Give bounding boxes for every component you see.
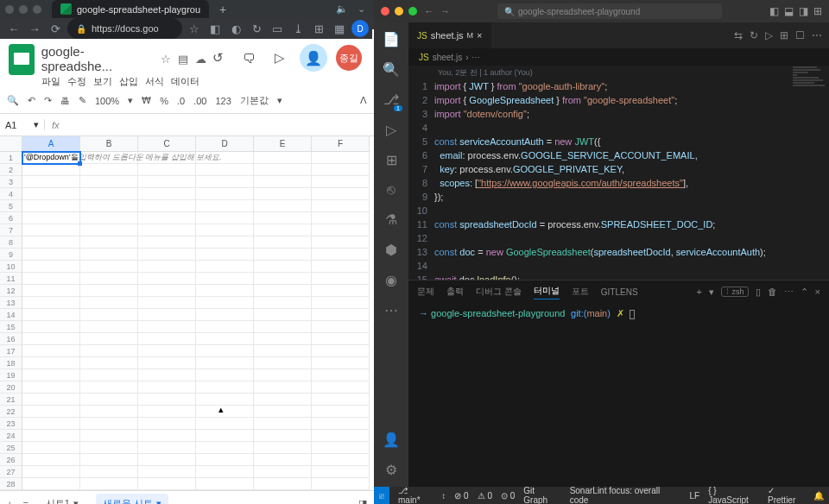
cell[interactable] bbox=[80, 406, 138, 418]
sheet-tab-1[interactable]: 시트1▾ bbox=[39, 494, 85, 504]
cell[interactable] bbox=[22, 321, 80, 333]
cell[interactable] bbox=[254, 261, 312, 273]
percent-icon[interactable]: % bbox=[160, 96, 168, 106]
row-header[interactable]: 3 bbox=[0, 176, 22, 188]
cell[interactable] bbox=[80, 236, 138, 249]
cell[interactable] bbox=[196, 224, 254, 236]
row-header[interactable]: 14 bbox=[0, 309, 22, 321]
sb-gitgraph[interactable]: Git Graph bbox=[523, 486, 560, 504]
explorer-icon[interactable]: 📄 bbox=[383, 31, 400, 47]
spreadsheet-grid[interactable]: A B C D E F 1'@Dropdown'을입력하여 드롭다운 메뉴를 삽… bbox=[0, 136, 374, 490]
cell[interactable] bbox=[312, 381, 370, 394]
select-all-corner[interactable] bbox=[0, 136, 22, 152]
cell[interactable] bbox=[80, 261, 138, 273]
close-tab-icon[interactable]: × bbox=[477, 30, 482, 41]
cell[interactable] bbox=[312, 273, 370, 285]
cell[interactable] bbox=[138, 394, 196, 406]
cell[interactable] bbox=[138, 224, 196, 236]
cell[interactable] bbox=[312, 357, 370, 369]
cell[interactable] bbox=[138, 261, 196, 273]
cell[interactable] bbox=[22, 236, 80, 249]
cell[interactable] bbox=[254, 478, 312, 490]
cell[interactable] bbox=[138, 212, 196, 224]
col-header-b[interactable]: B bbox=[80, 136, 138, 152]
layout-custom-icon[interactable]: ⊞ bbox=[813, 5, 822, 17]
cell[interactable] bbox=[196, 369, 254, 381]
currency-icon[interactable]: ₩ bbox=[142, 95, 151, 106]
cell[interactable] bbox=[22, 369, 80, 381]
new-tab-button[interactable]: + bbox=[219, 3, 226, 16]
cell[interactable] bbox=[80, 285, 138, 297]
cell[interactable] bbox=[196, 321, 254, 333]
cell[interactable] bbox=[312, 406, 370, 418]
cell[interactable] bbox=[254, 442, 312, 454]
cell[interactable] bbox=[254, 224, 312, 236]
forward-icon[interactable]: → bbox=[26, 20, 43, 37]
source-control-icon[interactable]: ⎇1 bbox=[383, 91, 399, 108]
more-actions-icon[interactable]: ⋯ bbox=[812, 29, 822, 41]
cell[interactable] bbox=[80, 273, 138, 285]
cloud-icon[interactable]: ☁ bbox=[195, 53, 206, 66]
row-header[interactable]: 23 bbox=[0, 418, 22, 430]
ext-icon-6[interactable]: ▦ bbox=[331, 20, 348, 37]
trash-icon[interactable]: 🗑 bbox=[768, 287, 777, 297]
extensions-icon[interactable]: ⊞ bbox=[386, 152, 397, 168]
search-icon[interactable]: 🔍 bbox=[7, 95, 19, 106]
cell[interactable] bbox=[312, 394, 370, 406]
cell[interactable] bbox=[80, 188, 138, 200]
cell[interactable] bbox=[254, 321, 312, 333]
sb-notifications-icon[interactable]: 🔔 bbox=[813, 491, 824, 501]
cell[interactable] bbox=[196, 454, 254, 466]
layout-left-icon[interactable]: ◧ bbox=[769, 5, 779, 17]
cell[interactable] bbox=[22, 224, 80, 236]
cell[interactable] bbox=[312, 418, 370, 430]
sb-prettier[interactable]: ✓ Prettier bbox=[768, 486, 805, 504]
panel-tab-gitlens[interactable]: GITLENS bbox=[601, 287, 638, 297]
cell[interactable] bbox=[312, 249, 370, 261]
row-header[interactable]: 11 bbox=[0, 273, 22, 285]
cell[interactable] bbox=[254, 188, 312, 200]
toolbar-more-icon[interactable]: ᐱ bbox=[360, 95, 367, 106]
cell[interactable] bbox=[254, 418, 312, 430]
cell[interactable] bbox=[80, 454, 138, 466]
cell[interactable] bbox=[22, 261, 80, 273]
cell[interactable] bbox=[22, 273, 80, 285]
cell[interactable] bbox=[254, 285, 312, 297]
cell[interactable] bbox=[80, 369, 138, 381]
ext-icon-2[interactable]: ◐ bbox=[227, 20, 244, 37]
col-header-f[interactable]: F bbox=[312, 136, 370, 152]
gitlens-icon[interactable]: ◉ bbox=[385, 272, 397, 288]
cell[interactable] bbox=[22, 309, 80, 321]
cell[interactable] bbox=[312, 261, 370, 273]
cell[interactable] bbox=[138, 454, 196, 466]
cell[interactable] bbox=[138, 321, 196, 333]
sheets-logo[interactable] bbox=[9, 44, 35, 75]
cell[interactable] bbox=[196, 333, 254, 345]
cell[interactable] bbox=[80, 466, 138, 478]
cell[interactable] bbox=[254, 236, 312, 249]
cell[interactable] bbox=[196, 345, 254, 357]
cell[interactable] bbox=[312, 442, 370, 454]
paint-icon[interactable]: ✎ bbox=[79, 95, 86, 106]
cell[interactable] bbox=[196, 430, 254, 442]
cell[interactable] bbox=[312, 321, 370, 333]
menu-data[interactable]: 데이터 bbox=[171, 75, 199, 88]
row-header[interactable]: 4 bbox=[0, 188, 22, 200]
menu-format[interactable]: 서식 bbox=[145, 75, 164, 88]
cell[interactable] bbox=[254, 297, 312, 309]
cell[interactable]: '@Dropdown'을 bbox=[22, 152, 80, 164]
cell[interactable] bbox=[196, 394, 254, 406]
cell[interactable] bbox=[138, 430, 196, 442]
minimap[interactable] bbox=[789, 66, 829, 280]
run-icon[interactable]: ↻ bbox=[750, 29, 758, 41]
cell[interactable] bbox=[22, 164, 80, 176]
cell[interactable] bbox=[22, 285, 80, 297]
panel-tab-output[interactable]: 출력 bbox=[446, 286, 464, 298]
dec-decrease-icon[interactable]: .0 bbox=[177, 96, 185, 106]
history-icon[interactable]: ↺ bbox=[206, 47, 229, 69]
cell[interactable] bbox=[22, 406, 80, 418]
remote-icon[interactable]: ⎋ bbox=[387, 182, 396, 198]
cell[interactable] bbox=[196, 261, 254, 273]
cell[interactable] bbox=[80, 321, 138, 333]
cell[interactable] bbox=[254, 200, 312, 212]
